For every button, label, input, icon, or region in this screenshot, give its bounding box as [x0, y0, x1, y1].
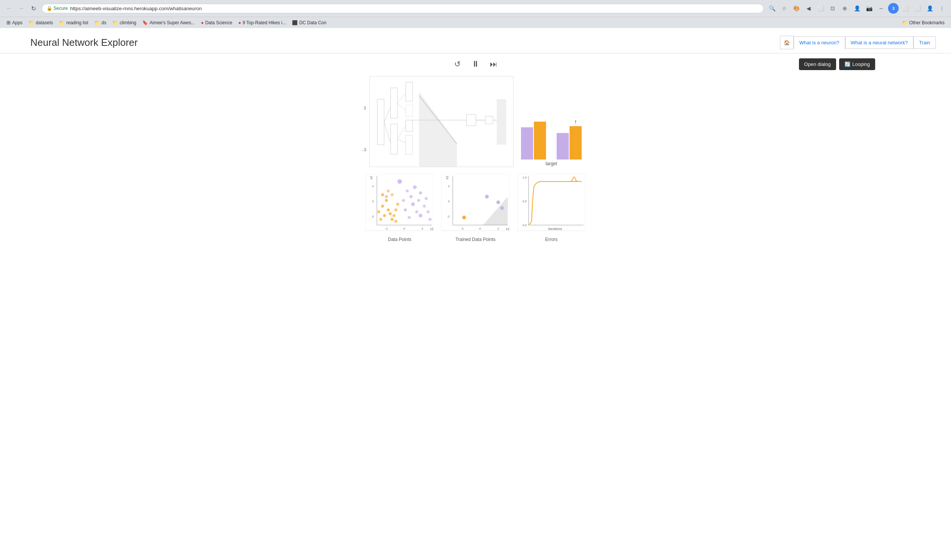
dc-icon: ⬛ — [292, 20, 298, 25]
data-points-chart: x2 x1 2 0 -2 -2 0 2 — [366, 174, 434, 242]
toolbar-btn6[interactable]: 📷 — [864, 3, 874, 14]
bars-chart: ↑ — [521, 84, 582, 160]
bar-group-2: ↑ — [557, 126, 582, 160]
svg-rect-9 — [406, 135, 413, 154]
playback-controls: ↺ ⏸ ⏭ — [451, 58, 500, 70]
svg-text:0: 0 — [403, 227, 405, 230]
svg-point-63 — [391, 193, 394, 196]
looping-label: Looping — [852, 61, 870, 67]
page-title: Neural Network Explorer — [30, 37, 780, 48]
svg-point-56 — [391, 218, 394, 221]
back-button[interactable]: ← — [4, 3, 14, 14]
menu-button[interactable]: ⋮ — [937, 3, 947, 14]
secure-icon: 🔒 Secure — [47, 6, 68, 11]
bookmark-icon-1: 🔖 — [142, 20, 148, 25]
color-picker-button[interactable]: 🎨 — [791, 3, 802, 14]
ds-label: ds — [102, 20, 107, 25]
svg-text:0: 0 — [372, 200, 374, 203]
bookmark-dc[interactable]: ⬛ DC Data Con — [289, 19, 329, 27]
bookmark-datasets[interactable]: 📁 datasets — [26, 19, 55, 27]
svg-text:x1: x1 — [506, 227, 510, 231]
svg-rect-7 — [406, 105, 413, 116]
svg-point-64 — [394, 208, 397, 211]
step-button[interactable]: ⏭ — [488, 58, 500, 70]
toolbar-btn10[interactable]: 👤 — [924, 3, 935, 14]
toolbar-icons: 🔍 ☆ 🎨 ◀ ⬜ ⊡ ⊕ 👤 📷 ↔ 3 ⬜ ⬜ 👤 ⋮ — [767, 3, 947, 14]
svg-point-54 — [387, 208, 390, 211]
svg-rect-4 — [391, 88, 397, 118]
address-input[interactable] — [70, 6, 759, 11]
data-science-label: Data Science — [205, 20, 232, 25]
svg-point-52 — [385, 199, 388, 202]
svg-text:-2: -2 — [461, 227, 464, 230]
tab-what-is-nn[interactable]: What is a neural network? — [845, 36, 913, 49]
toolbar-btn2[interactable]: ⬜ — [815, 3, 826, 14]
bookmark-hikes[interactable]: ● 9 Top-Rated Hikes i... — [236, 19, 289, 27]
svg-point-39 — [410, 195, 413, 198]
bookmark-star-button[interactable]: ☆ — [779, 3, 789, 14]
toolbar-btn8[interactable]: ⬜ — [900, 3, 911, 14]
tab-train[interactable]: Train — [913, 36, 936, 49]
svg-point-41 — [411, 202, 415, 206]
bookmark-other[interactable]: 📁 Other Bookmarks — [899, 19, 947, 27]
svg-text:2: 2 — [448, 185, 450, 188]
main-visualization: 3 -3 — [0, 72, 951, 170]
svg-text:x2: x2 — [369, 176, 373, 180]
bar2-orange: ↑ — [570, 126, 582, 160]
svg-point-60 — [394, 220, 397, 223]
reset-button[interactable]: ↺ — [451, 58, 463, 70]
svg-text:-2: -2 — [371, 215, 374, 218]
trained-data-title: Trained Data Points — [455, 237, 496, 242]
errors-svg: Error Iterations 1.0 0.5 0.0 — [517, 174, 585, 235]
svg-rect-12 — [497, 99, 506, 145]
other-folder-icon: 📁 — [902, 20, 908, 25]
open-dialog-button[interactable]: Open dialog — [799, 58, 836, 70]
bookmarks-bar: ⊞ Apps 📁 datasets 📁 reading list 📁 ds 📁 … — [0, 17, 951, 28]
home-button[interactable]: 🏠 — [780, 36, 794, 49]
svg-text:2: 2 — [422, 227, 424, 230]
refresh-button[interactable]: ↻ — [28, 3, 39, 14]
bookmark-aimee[interactable]: 🔖 Aimee's Super Awes... — [140, 19, 197, 27]
toolbar-btn4[interactable]: ⊕ — [840, 3, 850, 14]
svg-point-66 — [396, 203, 399, 206]
toolbar-btn9[interactable]: ⬜ — [912, 3, 923, 14]
folder-icon-4: 📁 — [112, 20, 118, 25]
svg-text:1.0: 1.0 — [523, 176, 527, 179]
browser-chrome: ← → ↻ 🔒 Secure 🔍 ☆ 🎨 ◀ ⬜ ⊡ ⊕ 👤 📷 ↔ 3 ⬜ ⬜… — [0, 0, 951, 28]
errors-chart: Error Iterations 1.0 0.5 0.0 Errors — [517, 174, 585, 242]
toolbar-btn1[interactable]: ◀ — [803, 3, 814, 14]
svg-text:0: 0 — [448, 200, 450, 203]
svg-rect-11 — [485, 116, 493, 124]
svg-point-35 — [397, 179, 402, 184]
svg-point-55 — [383, 214, 386, 217]
svg-point-59 — [379, 218, 382, 221]
svg-point-43 — [404, 208, 407, 211]
svg-point-61 — [377, 210, 380, 213]
secure-text: Secure — [53, 6, 68, 11]
bookmark-apps[interactable]: ⊞ Apps — [4, 19, 25, 27]
looping-button[interactable]: 🔄 Looping — [839, 58, 875, 70]
toolbar-btn3[interactable]: ⊡ — [827, 3, 838, 14]
bookmark-reading-list[interactable]: 📁 reading list — [56, 19, 91, 27]
extensions-button[interactable]: 3 — [888, 3, 899, 14]
search-button[interactable]: 🔍 — [767, 3, 777, 14]
tab-what-is-neuron[interactable]: What is a neuron? — [794, 36, 845, 49]
toolbar-btn5[interactable]: 👤 — [852, 3, 862, 14]
bookmark-data-science[interactable]: ● Data Science — [198, 19, 235, 27]
svg-text:0: 0 — [479, 227, 481, 230]
svg-rect-6 — [406, 82, 413, 101]
svg-point-36 — [413, 185, 417, 189]
nn-diagram-container: 3 -3 — [369, 76, 513, 166]
reading-list-label: reading list — [66, 20, 88, 25]
forward-button[interactable]: → — [16, 3, 27, 14]
bookmark-climbing[interactable]: 📁 climbing — [110, 19, 139, 27]
pause-button[interactable]: ⏸ — [469, 58, 482, 70]
trained-data-chart: x2 x1 2 0 -2 -2 0 2 Trained Data Points — [441, 174, 510, 242]
climbing-label: climbing — [119, 20, 136, 25]
hikes-icon: ● — [239, 20, 241, 25]
toolbar-btn7[interactable]: ↔ — [876, 3, 887, 14]
data-points-svg: x2 x1 2 0 -2 -2 0 2 — [366, 174, 434, 235]
svg-point-50 — [428, 218, 432, 221]
nav-buttons: ← → ↻ — [4, 3, 39, 14]
bookmark-ds[interactable]: 📁 ds — [92, 19, 109, 27]
